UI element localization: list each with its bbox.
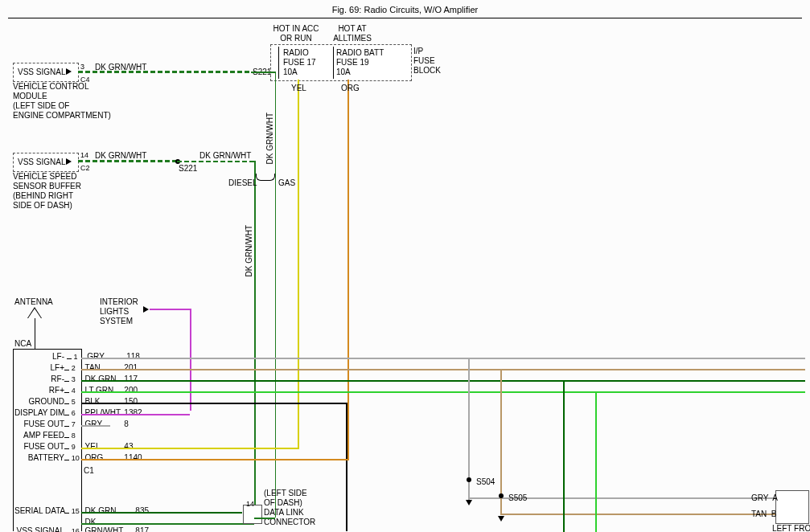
figure-title: Fig. 69: Radio Circuits, W/O Amplifier bbox=[0, 5, 810, 14]
wire-vssb-s221 bbox=[78, 160, 177, 162]
join-vss bbox=[254, 518, 275, 519]
org-label: ORG bbox=[341, 84, 360, 93]
wire-tan-right bbox=[500, 514, 775, 515]
wire-s221h bbox=[251, 72, 275, 73]
antenna-nca: NCA bbox=[14, 339, 31, 349]
wire-tan-down bbox=[500, 369, 502, 514]
wire-rf-minus bbox=[81, 380, 805, 382]
wire-org bbox=[347, 80, 349, 452]
dlc-pin: 14 bbox=[246, 500, 254, 508]
wire-battery bbox=[81, 459, 348, 460]
right-conn-box bbox=[775, 490, 809, 524]
splice-s221-2: S221 bbox=[179, 164, 197, 174]
wire-org-join bbox=[347, 452, 349, 460]
wire-ground bbox=[81, 403, 347, 404]
pin-row: FUSE OUT 7 GRY 8 bbox=[14, 419, 336, 431]
splice-s504: S504 bbox=[476, 477, 495, 487]
vcm-pin: 3 bbox=[80, 63, 84, 71]
pin-num: 1 bbox=[74, 353, 85, 361]
pin-row: AMP FEED 8 bbox=[14, 431, 336, 442]
vssb-color2: DK GRN/WHT bbox=[199, 151, 251, 161]
wire-ground-down bbox=[346, 403, 347, 531]
wire-s221-2h bbox=[177, 161, 256, 162]
fuse2-label: RADIO BATT FUSE 19 10A bbox=[336, 48, 384, 77]
vssb-arrow-icon bbox=[66, 158, 72, 165]
splice-s505: S505 bbox=[508, 493, 527, 503]
dlc-desc: (LEFT SIDE OF DASH) DATA LINK CONNECTOR bbox=[264, 489, 315, 527]
bracket-icon bbox=[256, 174, 275, 181]
antenna-label: ANTENNA bbox=[14, 297, 53, 307]
vcm-signal: VSS SIGNAL bbox=[18, 68, 65, 77]
fuse2-symbol bbox=[333, 47, 334, 79]
wire-fuseout9 bbox=[81, 448, 298, 449]
vssb-desc: VEHICLE SPEED SENSOR BUFFER (BEHIND RIGH… bbox=[13, 172, 81, 211]
antenna-lead bbox=[35, 318, 35, 349]
arrow-s504 bbox=[466, 500, 472, 505]
splice-s505-dot bbox=[499, 493, 504, 498]
fuse-header2: HOT AT ALLTIMES bbox=[330, 24, 375, 43]
wire-serial bbox=[81, 512, 242, 514]
pin-wirenum: 118 bbox=[126, 352, 150, 361]
right-conn-b: TAN B bbox=[751, 509, 776, 519]
vssb-signal: VSS SIGNAL bbox=[18, 158, 65, 167]
fuse-header1: HOT IN ACC OR RUN bbox=[272, 24, 320, 43]
wire-lf-plus bbox=[81, 369, 805, 370]
wire-yel-join bbox=[298, 440, 299, 449]
pin-color: GRY bbox=[87, 352, 124, 361]
diesel-label: DIESEL bbox=[228, 178, 257, 188]
wire-vss-bottom bbox=[81, 523, 254, 525]
gas-label: GAS bbox=[278, 178, 295, 188]
conn-c1: C1 bbox=[84, 466, 94, 476]
fuse1-label: RADIO FUSE 17 10A bbox=[283, 48, 316, 77]
wire-dkgrn-down bbox=[563, 380, 565, 532]
wire-fuseout7 bbox=[81, 425, 110, 427]
interior-lights: INTERIOR LIGHTS SYSTEM bbox=[100, 297, 138, 326]
pin-name: LF- bbox=[14, 352, 64, 362]
arrow-s505 bbox=[498, 516, 504, 522]
diagram-top-border bbox=[8, 18, 802, 18]
vssb-pin: 14 bbox=[80, 151, 88, 159]
antenna-inner bbox=[28, 309, 41, 318]
bottom-rows: SERIAL DATA 15 DK GRN 835 VSS SIGNAL 16 … bbox=[14, 506, 159, 529]
wire-vcm-dashed bbox=[78, 71, 251, 73]
wire-dispdim bbox=[81, 414, 190, 415]
vcm-desc: VEHICLE CONTROL MODULE (LEFT SIDE OF ENG… bbox=[13, 82, 111, 121]
vcm-arrow-icon bbox=[66, 68, 72, 75]
wire-ppl-stub bbox=[150, 309, 190, 310]
wire-rf-plus bbox=[81, 391, 805, 393]
right-conn-desc: LEFT FRO bbox=[772, 524, 810, 532]
fuse-block-label: I/P FUSE BLOCK bbox=[413, 47, 441, 76]
interior-arrow-icon bbox=[143, 306, 149, 313]
yel-label: YEL bbox=[291, 84, 306, 93]
wire-lf-minus bbox=[81, 358, 805, 359]
vlabel2: DK GRN/WHT bbox=[245, 225, 254, 276]
right-conn-a: GRY A bbox=[751, 493, 778, 503]
wire-ltgrn-down bbox=[595, 391, 597, 532]
splice-s504-dot bbox=[467, 477, 471, 482]
fuse1-symbol bbox=[278, 47, 279, 79]
vssb-conn: C2 bbox=[80, 164, 90, 172]
vlabel1: DK GRN/WHT bbox=[265, 113, 275, 164]
